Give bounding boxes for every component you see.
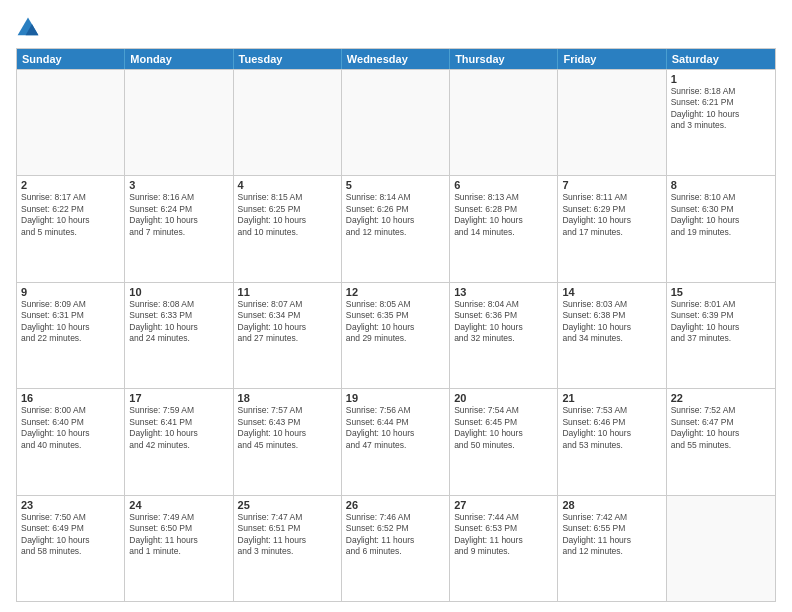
day-info: Sunrise: 7:57 AM Sunset: 6:43 PM Dayligh… xyxy=(238,405,337,451)
day-number: 12 xyxy=(346,286,445,298)
day-info: Sunrise: 7:46 AM Sunset: 6:52 PM Dayligh… xyxy=(346,512,445,558)
day-cell-24: 24Sunrise: 7:49 AM Sunset: 6:50 PM Dayli… xyxy=(125,496,233,601)
day-info: Sunrise: 7:44 AM Sunset: 6:53 PM Dayligh… xyxy=(454,512,553,558)
day-number: 17 xyxy=(129,392,228,404)
day-cell-8: 8Sunrise: 8:10 AM Sunset: 6:30 PM Daylig… xyxy=(667,176,775,281)
logo xyxy=(16,16,42,40)
day-cell-9: 9Sunrise: 8:09 AM Sunset: 6:31 PM Daylig… xyxy=(17,283,125,388)
day-info: Sunrise: 8:09 AM Sunset: 6:31 PM Dayligh… xyxy=(21,299,120,345)
day-cell-1: 1Sunrise: 8:18 AM Sunset: 6:21 PM Daylig… xyxy=(667,70,775,175)
day-cell-11: 11Sunrise: 8:07 AM Sunset: 6:34 PM Dayli… xyxy=(234,283,342,388)
calendar: SundayMondayTuesdayWednesdayThursdayFrid… xyxy=(16,48,776,602)
calendar-header: SundayMondayTuesdayWednesdayThursdayFrid… xyxy=(17,49,775,69)
empty-cell-0-0 xyxy=(17,70,125,175)
day-number: 6 xyxy=(454,179,553,191)
day-info: Sunrise: 7:56 AM Sunset: 6:44 PM Dayligh… xyxy=(346,405,445,451)
day-number: 25 xyxy=(238,499,337,511)
header-day-wednesday: Wednesday xyxy=(342,49,450,69)
day-cell-23: 23Sunrise: 7:50 AM Sunset: 6:49 PM Dayli… xyxy=(17,496,125,601)
day-info: Sunrise: 8:16 AM Sunset: 6:24 PM Dayligh… xyxy=(129,192,228,238)
header-day-saturday: Saturday xyxy=(667,49,775,69)
empty-cell-0-3 xyxy=(342,70,450,175)
day-info: Sunrise: 8:15 AM Sunset: 6:25 PM Dayligh… xyxy=(238,192,337,238)
day-number: 8 xyxy=(671,179,771,191)
day-info: Sunrise: 7:54 AM Sunset: 6:45 PM Dayligh… xyxy=(454,405,553,451)
day-cell-28: 28Sunrise: 7:42 AM Sunset: 6:55 PM Dayli… xyxy=(558,496,666,601)
day-number: 5 xyxy=(346,179,445,191)
day-number: 13 xyxy=(454,286,553,298)
day-info: Sunrise: 8:10 AM Sunset: 6:30 PM Dayligh… xyxy=(671,192,771,238)
logo-icon xyxy=(16,16,40,40)
page-header xyxy=(16,16,776,40)
day-number: 14 xyxy=(562,286,661,298)
day-cell-22: 22Sunrise: 7:52 AM Sunset: 6:47 PM Dayli… xyxy=(667,389,775,494)
day-info: Sunrise: 8:08 AM Sunset: 6:33 PM Dayligh… xyxy=(129,299,228,345)
empty-cell-0-1 xyxy=(125,70,233,175)
day-cell-26: 26Sunrise: 7:46 AM Sunset: 6:52 PM Dayli… xyxy=(342,496,450,601)
header-day-sunday: Sunday xyxy=(17,49,125,69)
day-info: Sunrise: 8:07 AM Sunset: 6:34 PM Dayligh… xyxy=(238,299,337,345)
day-number: 15 xyxy=(671,286,771,298)
day-cell-7: 7Sunrise: 8:11 AM Sunset: 6:29 PM Daylig… xyxy=(558,176,666,281)
day-info: Sunrise: 7:49 AM Sunset: 6:50 PM Dayligh… xyxy=(129,512,228,558)
day-number: 23 xyxy=(21,499,120,511)
day-info: Sunrise: 7:42 AM Sunset: 6:55 PM Dayligh… xyxy=(562,512,661,558)
day-cell-15: 15Sunrise: 8:01 AM Sunset: 6:39 PM Dayli… xyxy=(667,283,775,388)
day-number: 19 xyxy=(346,392,445,404)
day-cell-25: 25Sunrise: 7:47 AM Sunset: 6:51 PM Dayli… xyxy=(234,496,342,601)
day-number: 27 xyxy=(454,499,553,511)
day-cell-3: 3Sunrise: 8:16 AM Sunset: 6:24 PM Daylig… xyxy=(125,176,233,281)
day-number: 24 xyxy=(129,499,228,511)
empty-cell-0-5 xyxy=(558,70,666,175)
day-info: Sunrise: 7:50 AM Sunset: 6:49 PM Dayligh… xyxy=(21,512,120,558)
calendar-body: 1Sunrise: 8:18 AM Sunset: 6:21 PM Daylig… xyxy=(17,69,775,601)
day-info: Sunrise: 8:11 AM Sunset: 6:29 PM Dayligh… xyxy=(562,192,661,238)
day-cell-19: 19Sunrise: 7:56 AM Sunset: 6:44 PM Dayli… xyxy=(342,389,450,494)
day-info: Sunrise: 8:14 AM Sunset: 6:26 PM Dayligh… xyxy=(346,192,445,238)
day-cell-6: 6Sunrise: 8:13 AM Sunset: 6:28 PM Daylig… xyxy=(450,176,558,281)
calendar-row-3: 16Sunrise: 8:00 AM Sunset: 6:40 PM Dayli… xyxy=(17,388,775,494)
header-day-thursday: Thursday xyxy=(450,49,558,69)
day-number: 4 xyxy=(238,179,337,191)
day-info: Sunrise: 8:01 AM Sunset: 6:39 PM Dayligh… xyxy=(671,299,771,345)
day-info: Sunrise: 7:47 AM Sunset: 6:51 PM Dayligh… xyxy=(238,512,337,558)
day-cell-21: 21Sunrise: 7:53 AM Sunset: 6:46 PM Dayli… xyxy=(558,389,666,494)
empty-cell-0-2 xyxy=(234,70,342,175)
day-cell-16: 16Sunrise: 8:00 AM Sunset: 6:40 PM Dayli… xyxy=(17,389,125,494)
day-cell-27: 27Sunrise: 7:44 AM Sunset: 6:53 PM Dayli… xyxy=(450,496,558,601)
day-cell-17: 17Sunrise: 7:59 AM Sunset: 6:41 PM Dayli… xyxy=(125,389,233,494)
day-info: Sunrise: 8:13 AM Sunset: 6:28 PM Dayligh… xyxy=(454,192,553,238)
header-day-monday: Monday xyxy=(125,49,233,69)
day-cell-13: 13Sunrise: 8:04 AM Sunset: 6:36 PM Dayli… xyxy=(450,283,558,388)
day-info: Sunrise: 8:17 AM Sunset: 6:22 PM Dayligh… xyxy=(21,192,120,238)
day-number: 26 xyxy=(346,499,445,511)
calendar-row-2: 9Sunrise: 8:09 AM Sunset: 6:31 PM Daylig… xyxy=(17,282,775,388)
day-number: 22 xyxy=(671,392,771,404)
day-info: Sunrise: 8:05 AM Sunset: 6:35 PM Dayligh… xyxy=(346,299,445,345)
day-number: 21 xyxy=(562,392,661,404)
calendar-row-1: 2Sunrise: 8:17 AM Sunset: 6:22 PM Daylig… xyxy=(17,175,775,281)
day-number: 28 xyxy=(562,499,661,511)
calendar-row-4: 23Sunrise: 7:50 AM Sunset: 6:49 PM Dayli… xyxy=(17,495,775,601)
day-info: Sunrise: 7:52 AM Sunset: 6:47 PM Dayligh… xyxy=(671,405,771,451)
day-number: 11 xyxy=(238,286,337,298)
day-number: 10 xyxy=(129,286,228,298)
day-cell-14: 14Sunrise: 8:03 AM Sunset: 6:38 PM Dayli… xyxy=(558,283,666,388)
day-number: 20 xyxy=(454,392,553,404)
empty-cell-0-4 xyxy=(450,70,558,175)
day-cell-18: 18Sunrise: 7:57 AM Sunset: 6:43 PM Dayli… xyxy=(234,389,342,494)
day-info: Sunrise: 8:00 AM Sunset: 6:40 PM Dayligh… xyxy=(21,405,120,451)
day-number: 7 xyxy=(562,179,661,191)
header-day-tuesday: Tuesday xyxy=(234,49,342,69)
day-info: Sunrise: 7:53 AM Sunset: 6:46 PM Dayligh… xyxy=(562,405,661,451)
day-info: Sunrise: 8:03 AM Sunset: 6:38 PM Dayligh… xyxy=(562,299,661,345)
header-day-friday: Friday xyxy=(558,49,666,69)
day-number: 9 xyxy=(21,286,120,298)
day-cell-5: 5Sunrise: 8:14 AM Sunset: 6:26 PM Daylig… xyxy=(342,176,450,281)
empty-cell-4-6 xyxy=(667,496,775,601)
day-number: 3 xyxy=(129,179,228,191)
day-cell-12: 12Sunrise: 8:05 AM Sunset: 6:35 PM Dayli… xyxy=(342,283,450,388)
day-cell-20: 20Sunrise: 7:54 AM Sunset: 6:45 PM Dayli… xyxy=(450,389,558,494)
day-info: Sunrise: 8:04 AM Sunset: 6:36 PM Dayligh… xyxy=(454,299,553,345)
day-cell-10: 10Sunrise: 8:08 AM Sunset: 6:33 PM Dayli… xyxy=(125,283,233,388)
